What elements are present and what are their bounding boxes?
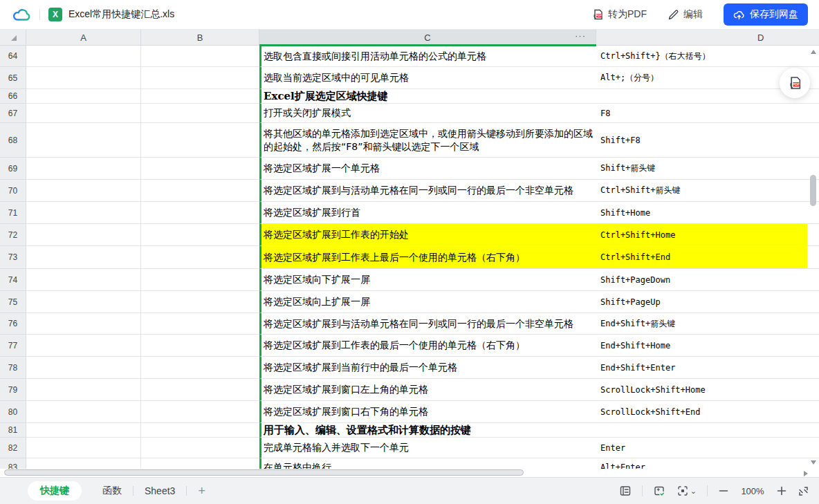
cell-a[interactable]	[26, 291, 141, 313]
row-header[interactable]: 70	[0, 180, 26, 202]
cell-b[interactable]	[141, 357, 259, 379]
column-header-c-selected[interactable]: C ···	[259, 30, 596, 45]
row-header[interactable]: 73	[0, 246, 26, 269]
cell-b[interactable]	[141, 46, 259, 67]
row-header[interactable]: 82	[0, 438, 26, 458]
cell-c[interactable]: 将选定区域扩展到行首 Shift+Home	[259, 202, 819, 224]
row-header[interactable]: 81	[0, 423, 26, 438]
cell-c[interactable]: 将选定区域向上扩展一屏 Shift+PageUp	[259, 291, 819, 313]
row-header[interactable]: 71	[0, 202, 26, 224]
row-header[interactable]: 69	[0, 158, 26, 180]
cell-c[interactable]: 完成单元格输入并选取下一个单元 Enter	[259, 438, 819, 458]
cell-a[interactable]	[26, 401, 141, 423]
chevron-down-icon[interactable]: ⌄	[690, 487, 697, 496]
cell-a[interactable]	[26, 158, 141, 180]
cell-check-icon[interactable]	[653, 485, 666, 498]
cell-b[interactable]	[141, 67, 259, 89]
cell-a[interactable]	[26, 357, 141, 379]
zoom-in-button[interactable]	[776, 485, 787, 496]
cell-a[interactable]	[26, 379, 141, 401]
row-header[interactable]: 72	[0, 224, 26, 246]
cell-b[interactable]	[141, 158, 259, 180]
cell-b[interactable]	[141, 180, 259, 202]
column-header-b[interactable]: B	[141, 30, 259, 45]
cell-a[interactable]	[26, 458, 141, 469]
cell-b[interactable]	[141, 269, 259, 291]
cell-c[interactable]: Excel扩展选定区域快捷键	[259, 89, 819, 104]
cell-c[interactable]: 将选定区域扩展到与活动单元格在同一列或同一行的最后一个非空单元格 Ctrl+Sh…	[259, 180, 819, 202]
row-header[interactable]: 77	[0, 335, 26, 357]
cell-a[interactable]	[26, 123, 141, 158]
cell-b[interactable]	[141, 246, 259, 269]
cell-b[interactable]	[141, 89, 259, 104]
convert-to-pdf-button[interactable]: PDF 转为PDF	[591, 8, 647, 21]
row-header[interactable]: 68	[0, 123, 26, 158]
cell-b[interactable]	[141, 123, 259, 158]
horizontal-scrollbar[interactable]	[0, 469, 819, 477]
cell-c[interactable]: 将选定区域扩展到当前行中的最后一个单元格 End+Shift+Enter	[259, 357, 819, 379]
cell-b[interactable]	[141, 379, 259, 401]
scroll-up-icon[interactable]	[811, 50, 816, 54]
cell-c[interactable]: 将选定区域扩展到工作表的开始处 Ctrl+Shift+Home	[259, 224, 819, 246]
cell-c[interactable]: 选取当前选定区域中的可见单元格 Alt+;（分号）	[259, 67, 819, 89]
zoom-level[interactable]: 100%	[739, 486, 766, 496]
row-header[interactable]: 67	[0, 104, 26, 123]
selection-mode-icon[interactable]: ⌄	[677, 485, 697, 497]
cell-a[interactable]	[26, 180, 141, 202]
cell-a[interactable]	[26, 335, 141, 357]
cell-b[interactable]	[141, 458, 259, 469]
vertical-scrollbar[interactable]	[808, 46, 819, 469]
row-header[interactable]: 83	[0, 458, 26, 469]
cell-c[interactable]: 将选定区域扩展到工作表的最后一个使用的单元格（右下角） End+Shift+Ho…	[259, 335, 819, 357]
cell-a[interactable]	[26, 89, 141, 104]
zoom-out-button[interactable]	[718, 485, 729, 496]
row-header[interactable]: 76	[0, 313, 26, 335]
sheet-tab-sheet3[interactable]: Sheet3	[134, 482, 186, 500]
cell-c[interactable]: 将选定区域扩展一个单元格 Shift+箭头键	[259, 158, 819, 180]
floating-convert-pdf-button[interactable]: PDF	[780, 68, 810, 98]
cell-c[interactable]: 将选定区域扩展到窗口左上角的单元格 ScrollLock+Shift+Home	[259, 379, 819, 401]
save-to-drive-button[interactable]: 保存到网盘	[724, 3, 808, 26]
row-header[interactable]: 64	[0, 46, 26, 67]
sheet-tab-functions[interactable]: 函数	[91, 481, 133, 501]
row-header[interactable]: 66	[0, 89, 26, 104]
fullscreen-icon[interactable]	[798, 485, 809, 497]
cell-b[interactable]	[141, 438, 259, 458]
vertical-scrollbar-thumb[interactable]	[810, 175, 816, 206]
column-header-a[interactable]: A	[26, 30, 141, 45]
catalog-panel-icon[interactable]	[619, 485, 632, 497]
cell-c[interactable]: 选取包含直接或间接引用活动单元格的公式的单元格 Ctrl+Shift+}（右大括…	[259, 46, 819, 67]
add-sheet-button[interactable]: +	[198, 484, 205, 498]
row-header[interactable]: 75	[0, 291, 26, 313]
cell-c[interactable]: 将选定区域向下扩展一屏 Shift+PageDown	[259, 269, 819, 291]
cell-c[interactable]: 将选定区域扩展到工作表上最后一个使用的单元格（右下角） Ctrl+Shift+E…	[259, 246, 819, 269]
cell-b[interactable]	[141, 104, 259, 123]
scroll-down-icon[interactable]	[811, 460, 816, 465]
cell-a[interactable]	[26, 246, 141, 269]
cell-b[interactable]	[141, 335, 259, 357]
horizontal-scrollbar-thumb[interactable]	[4, 469, 524, 476]
cell-c[interactable]: 将选定区域扩展到窗口右下角的单元格 ScrollLock+Shift+End	[259, 401, 819, 423]
cell-b[interactable]	[141, 401, 259, 423]
cell-c[interactable]: 在单元格中换行 Alt+Enter	[259, 458, 819, 469]
cell-a[interactable]	[26, 46, 141, 67]
cell-c[interactable]: 用于输入、编辑、设置格式和计算数据的按键	[259, 423, 819, 438]
cell-c[interactable]: 将选定区域扩展到与活动单元格在同一列或同一行的最后一个非空单元格 End+Shi…	[259, 313, 819, 335]
column-header-d[interactable]: D	[596, 30, 819, 45]
cell-a[interactable]	[26, 67, 141, 89]
cell-c[interactable]: 将其他区域的单元格添加到选定区域中，或使用箭头键移动到所要添加的区域的起始处，然…	[259, 123, 819, 158]
scroll-right-icon[interactable]	[804, 471, 808, 476]
row-header[interactable]: 79	[0, 379, 26, 401]
cell-a[interactable]	[26, 269, 141, 291]
row-header[interactable]: 80	[0, 401, 26, 423]
cell-a[interactable]	[26, 224, 141, 246]
cell-a[interactable]	[26, 313, 141, 335]
cell-a[interactable]	[26, 202, 141, 224]
cell-a[interactable]	[26, 423, 141, 438]
cell-b[interactable]	[141, 313, 259, 335]
cell-b[interactable]	[141, 423, 259, 438]
row-header[interactable]: 78	[0, 357, 26, 379]
cell-b[interactable]	[141, 291, 259, 313]
row-header[interactable]: 65	[0, 67, 26, 89]
cell-a[interactable]	[26, 438, 141, 458]
